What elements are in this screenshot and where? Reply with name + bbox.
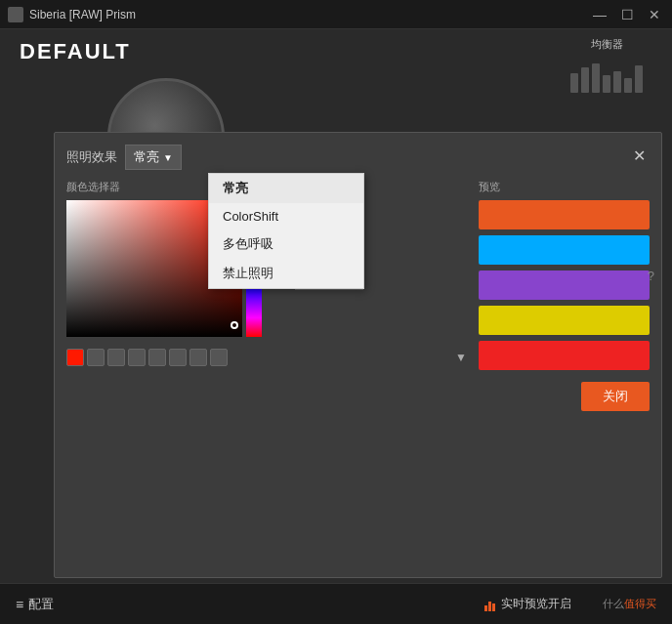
preview-section: 预览 ? [479, 180, 650, 370]
main-area: DEFAULT 均衡器 照明效果 常亮 ▼ 常亮 C [0, 29, 672, 583]
dropdown-item-jìnzhizhàoming[interactable]: 禁止照明 [209, 259, 363, 288]
config-button[interactable]: ≡ 配置 [16, 596, 54, 613]
swatch-4[interactable] [128, 349, 146, 366]
brand-text: 值得买 [624, 598, 656, 609]
equalizer-bars [570, 54, 643, 93]
preview-label: 预览 [479, 180, 650, 194]
realtime-section: 实时预览开启 [484, 596, 571, 612]
effect-label: 照明效果 [66, 148, 117, 166]
swatch-6[interactable] [169, 349, 187, 366]
preview-bar-1[interactable] [479, 200, 650, 229]
dropdown-item-duosehuxl[interactable]: 多色呼吸 [209, 229, 363, 259]
dialog-header: 照明效果 常亮 ▼ 常亮 ColorShift 多色呼吸 禁止照明 ✕ [66, 145, 650, 170]
brand-prefix: 什么 [603, 598, 624, 609]
preview-bars [479, 200, 650, 370]
title-bar-controls: — ☐ ✕ [590, 5, 664, 24]
bottom-bar: ≡ 配置 实时预览开启 什么值得买 [0, 583, 672, 624]
dropdown-arrow-icon: ▼ [163, 152, 173, 163]
lighting-dialog: 照明效果 常亮 ▼ 常亮 ColorShift 多色呼吸 禁止照明 ✕ 颜色选择… [54, 132, 662, 578]
title-bar-text: Siberia [RAW] Prism [29, 8, 590, 21]
minimize-button[interactable]: — [590, 5, 609, 24]
equalizer-label: 均衡器 [570, 37, 643, 52]
gradient-cursor [231, 321, 238, 329]
swatch-8[interactable] [210, 349, 228, 366]
eq-bar-2[interactable] [581, 67, 589, 93]
app-icon [8, 7, 23, 22]
eq-bar-7[interactable] [635, 65, 643, 93]
swatch-7[interactable] [189, 349, 207, 366]
eq-bar-1[interactable] [570, 73, 578, 93]
preview-bar-5[interactable] [479, 341, 650, 370]
preview-bar-3[interactable] [479, 270, 650, 300]
preview-bar-2[interactable] [479, 235, 650, 265]
eq-bar-3[interactable] [592, 63, 600, 93]
effect-dropdown-text: 常亮 [134, 148, 159, 166]
color-swatches: ▼ [66, 349, 467, 366]
dropdown-item-changliàng[interactable]: 常亮 [209, 174, 363, 203]
swatch-5[interactable] [148, 349, 166, 366]
eq-bar-5[interactable] [613, 71, 621, 93]
dialog-close-button[interactable]: ✕ [628, 145, 650, 166]
eq-bar-6[interactable] [624, 78, 632, 93]
realtime-bar-2 [488, 602, 491, 611]
maximize-button[interactable]: ☐ [617, 5, 637, 24]
titlebar-close-button[interactable]: ✕ [645, 5, 664, 24]
question-mark-icon[interactable]: ? [648, 268, 654, 282]
equalizer-area: 均衡器 [570, 37, 643, 93]
swatch-3[interactable] [107, 349, 125, 366]
swatch-1[interactable] [66, 349, 84, 366]
realtime-label: 实时预览开启 [501, 596, 571, 612]
swatch-2[interactable] [87, 349, 105, 366]
eq-bar-4[interactable] [603, 75, 610, 93]
realtime-icon [484, 598, 495, 611]
title-bar: Siberia [RAW] Prism — ☐ ✕ [0, 0, 672, 29]
effect-dropdown[interactable]: 常亮 ▼ 常亮 ColorShift 多色呼吸 禁止照明 [125, 145, 182, 170]
preview-bar-4[interactable] [479, 306, 650, 335]
realtime-bar-1 [484, 605, 487, 611]
list-icon: ≡ [16, 597, 23, 612]
close-action-button[interactable]: 关闭 [581, 382, 650, 411]
default-label: DEFAULT [20, 39, 131, 64]
swatch-arrow-icon[interactable]: ▼ [455, 351, 467, 364]
dropdown-item-colorshift[interactable]: ColorShift [209, 203, 363, 229]
dialog-footer: 关闭 [66, 382, 650, 411]
config-label: 配置 [28, 596, 54, 613]
brand-section: 什么值得买 [603, 597, 656, 611]
realtime-bar-3 [492, 603, 495, 611]
effect-dropdown-menu: 常亮 ColorShift 多色呼吸 禁止照明 [208, 173, 364, 289]
